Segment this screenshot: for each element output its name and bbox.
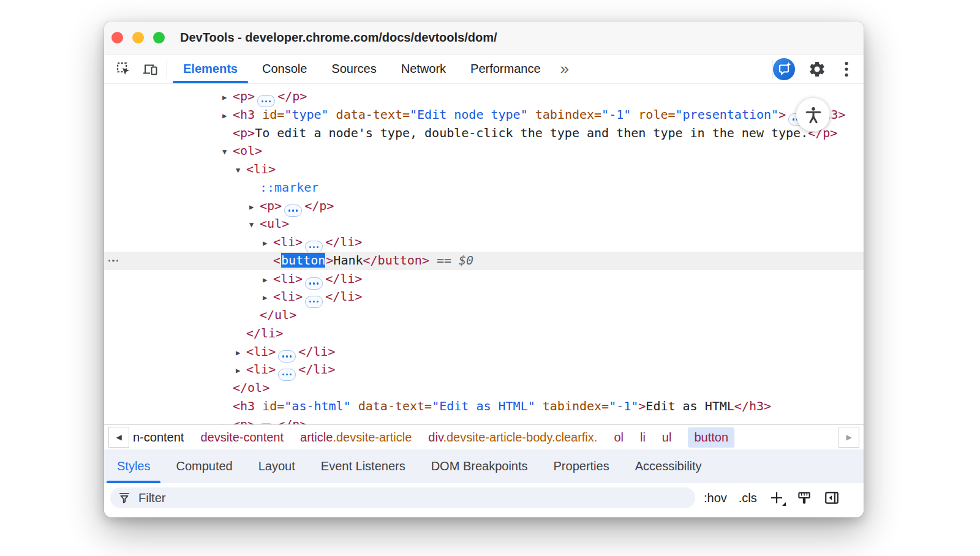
tab-performance[interactable]: Performance	[458, 54, 553, 83]
dom-tree-row[interactable]: <p>To edit a node's type, double-click t…	[104, 124, 864, 143]
ai-assistance-icon[interactable]	[773, 58, 795, 80]
code-token: </li>	[298, 344, 335, 359]
dom-tree-row[interactable]: ▼<ul>	[104, 215, 864, 233]
close-window-button[interactable]	[111, 32, 123, 43]
row-menu-dots-icon[interactable]	[108, 260, 118, 261]
styles-tab-event-listeners[interactable]: Event Listeners	[308, 449, 418, 483]
expand-arrow-icon[interactable]: ▶	[236, 362, 246, 380]
dom-tree-row[interactable]: ▶<li></li>	[104, 288, 864, 306]
expand-arrow-icon[interactable]: ▶	[222, 107, 233, 126]
dom-tree-row[interactable]: ▼<ol>	[104, 142, 864, 160]
tab-console[interactable]: Console	[250, 54, 319, 83]
code-token: "as-html"	[284, 399, 350, 413]
breadcrumb-bar: ◀ n-contentdevsite-contentarticle.devsit…	[104, 424, 864, 449]
code-token: Hank	[333, 253, 363, 268]
breadcrumb-item[interactable]: article.devsite-article	[300, 430, 412, 445]
breadcrumb-part: div	[428, 430, 443, 444]
code-token: </li>	[298, 362, 335, 377]
code-token	[535, 399, 543, 413]
dom-tree-row[interactable]: ▶<li></li>	[104, 361, 864, 379]
code-token: </li>	[246, 326, 283, 340]
inspect-element-icon[interactable]	[115, 61, 131, 77]
dock-sidebar-toggle-icon[interactable]	[824, 490, 840, 506]
code-token: <li>	[246, 344, 276, 359]
styles-tab-properties[interactable]: Properties	[541, 449, 622, 483]
dom-tree-row[interactable]: ▶<li></li>	[104, 270, 864, 288]
styles-tab-computed[interactable]: Computed	[163, 449, 245, 483]
breadcrumb-part: article	[300, 430, 333, 444]
dom-tree-row[interactable]: ▶<p></p>	[104, 416, 864, 425]
collapse-arrow-icon[interactable]: ▼	[249, 216, 260, 235]
code-token: </ol>	[233, 380, 270, 395]
breadcrumb-part: n-content	[133, 430, 184, 444]
code-token: To edit a node's type, double-click the …	[255, 126, 808, 140]
dom-tree-row[interactable]: ▼<li>	[104, 160, 864, 179]
dom-tree-row[interactable]: </ul>	[104, 306, 864, 325]
traffic-lights	[111, 21, 165, 54]
expand-arrow-icon[interactable]: ▶	[222, 417, 233, 425]
breadcrumb-item[interactable]: li	[640, 430, 646, 445]
dom-tree-row[interactable]: </ol>	[104, 379, 864, 397]
code-token: ::marker	[260, 180, 318, 195]
dom-tree-row[interactable]: ▶<p></p>	[104, 88, 864, 106]
code-token: >	[778, 107, 786, 122]
expand-arrow-icon[interactable]: ▶	[249, 198, 260, 217]
code-token: </li>	[325, 271, 362, 286]
styles-filter-row: :hov .cls	[104, 483, 864, 513]
dom-tree-row[interactable]: ▶<h3 id="type" data-text="Edit node type…	[104, 106, 864, 124]
device-toolbar-icon[interactable]	[142, 61, 158, 77]
more-options-kebab-icon[interactable]	[839, 61, 854, 77]
expand-arrow-icon[interactable]: ▶	[236, 344, 246, 363]
styles-tab-dom-breakpoints[interactable]: DOM Breakpoints	[418, 449, 541, 483]
code-token: "Edit node type"	[410, 107, 528, 122]
minimize-window-button[interactable]	[132, 32, 144, 43]
dom-tree-row[interactable]: <h3 id="as-html" data-text="Edit as HTML…	[104, 397, 864, 416]
styles-filter-field[interactable]	[110, 487, 695, 508]
tag-name-edit-box[interactable]: button	[281, 253, 326, 268]
settings-gear-icon[interactable]	[807, 59, 827, 79]
expand-arrow-icon[interactable]: ▶	[222, 89, 233, 107]
dom-tree-row[interactable]: <button>Hank</button> == $0	[104, 252, 864, 270]
collapse-arrow-icon[interactable]: ▼	[236, 162, 246, 180]
breadcrumb-scroll-right-button[interactable]: ▶	[839, 427, 859, 448]
code-token: id=	[262, 399, 284, 413]
breadcrumb-item[interactable]: button	[688, 427, 734, 448]
breadcrumb-item[interactable]: div.devsite-article-body.clearfix.	[428, 430, 597, 445]
styles-tab-accessibility[interactable]: Accessibility	[622, 449, 715, 483]
breadcrumb-part: ul	[662, 430, 672, 444]
styles-tab-layout[interactable]: Layout	[246, 449, 308, 483]
breadcrumb-item[interactable]: ol	[614, 430, 624, 445]
code-token: </p>	[277, 89, 307, 103]
code-token: <p>	[260, 198, 282, 213]
breadcrumb-item[interactable]: ul	[662, 430, 672, 445]
code-token	[351, 399, 358, 413]
breadcrumb-scroll-left-button[interactable]: ◀	[108, 427, 129, 448]
dom-tree-row[interactable]: ▶<li></li>	[104, 343, 864, 361]
dom-tree-row[interactable]: ▶<li></li>	[104, 233, 864, 252]
breadcrumb-item[interactable]: n-content	[133, 430, 184, 445]
styles-panel-tabs: StylesComputedLayoutEvent ListenersDOM B…	[104, 449, 864, 483]
more-panels-chevron-icon[interactable]: »	[553, 54, 576, 83]
code-token: <ul>	[260, 216, 289, 231]
breadcrumb-part: button	[694, 430, 728, 444]
breadcrumb-part: .devsite-article	[333, 430, 412, 444]
tab-network[interactable]: Network	[389, 54, 458, 83]
zoom-window-button[interactable]	[153, 32, 165, 43]
toggle-element-state-button[interactable]: :hov	[704, 491, 727, 505]
element-classes-button[interactable]: .cls	[739, 491, 757, 505]
rendering-emulation-brush-icon[interactable]	[796, 490, 812, 506]
collapse-arrow-icon[interactable]: ▼	[222, 143, 233, 162]
expand-arrow-icon[interactable]: ▶	[263, 235, 273, 253]
breadcrumb-item[interactable]: devsite-content	[200, 430, 284, 445]
new-style-rule-button[interactable]	[769, 490, 785, 506]
styles-tab-styles[interactable]: Styles	[104, 449, 163, 483]
toolbar-divider	[167, 60, 167, 78]
dom-tree-row[interactable]: ::marker	[104, 179, 864, 197]
dom-tree-row[interactable]: ▶<p></p>	[104, 197, 864, 216]
filter-input[interactable]	[137, 490, 688, 506]
tab-sources[interactable]: Sources	[319, 54, 388, 83]
expand-arrow-icon[interactable]: ▶	[263, 271, 273, 290]
tab-elements[interactable]: Elements	[171, 54, 250, 83]
expand-arrow-icon[interactable]: ▶	[263, 289, 273, 307]
dom-tree-row[interactable]: </li>	[104, 325, 864, 343]
